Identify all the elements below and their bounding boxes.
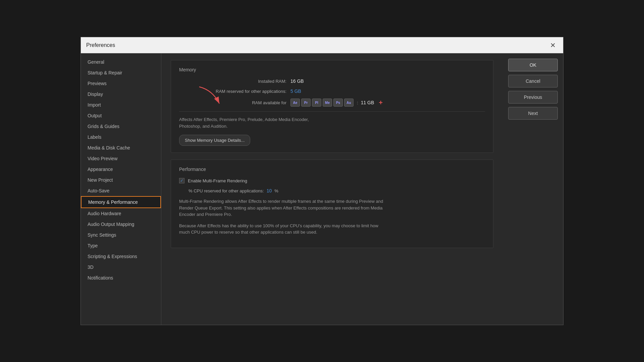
enable-mfr-checkbox[interactable]: ✓ bbox=[179, 178, 184, 183]
perf-description2: Because After Effects has the ability to… bbox=[179, 223, 485, 236]
enable-mfr-row: ✓ Enable Multi-Frame Rendering bbox=[179, 178, 485, 183]
close-button[interactable]: ✕ bbox=[548, 41, 558, 50]
previous-button[interactable]: Previous bbox=[508, 91, 558, 104]
sidebar-item-memory-performance[interactable]: Memory & Performance bbox=[81, 196, 161, 208]
sidebar-item-previews[interactable]: Previews bbox=[81, 78, 161, 89]
cpu-reserved-suffix: % bbox=[274, 188, 278, 193]
ps-icon: Ps bbox=[333, 99, 343, 107]
available-ram-label: RAM available for bbox=[179, 100, 286, 105]
enable-mfr-label: Enable Multi-Frame Rendering bbox=[188, 178, 247, 183]
memory-divider bbox=[179, 111, 485, 112]
sidebar-item-import[interactable]: Import bbox=[81, 100, 161, 110]
sidebar-item-labels[interactable]: Labels bbox=[81, 132, 161, 142]
sidebar-item-3d[interactable]: 3D bbox=[81, 262, 161, 273]
sidebar-item-notifications[interactable]: Notifications bbox=[81, 273, 161, 283]
sidebar-item-audio-hardware[interactable]: Audio Hardware bbox=[81, 208, 161, 219]
button-column: OK Cancel Previous Next bbox=[503, 53, 563, 325]
next-button[interactable]: Next bbox=[508, 107, 558, 120]
dialog-body: GeneralStartup & RepairPreviewsDisplayIm… bbox=[81, 53, 563, 325]
me-icon: Me bbox=[323, 99, 332, 107]
installed-ram-value: 16 GB bbox=[290, 78, 304, 84]
cpu-reserved-value: 10 bbox=[267, 188, 272, 193]
arrow-annotation-svg bbox=[193, 83, 233, 110]
au-icon: Au bbox=[344, 99, 354, 107]
dialog-title: Preferences bbox=[86, 42, 115, 48]
sidebar-item-display[interactable]: Display bbox=[81, 89, 161, 100]
sidebar: GeneralStartup & RepairPreviewsDisplayIm… bbox=[81, 53, 161, 325]
sidebar-item-general[interactable]: General bbox=[81, 57, 161, 67]
performance-section-title: Performance bbox=[179, 167, 485, 172]
cpu-reserved-row: % CPU reserved for other applications: 1… bbox=[189, 188, 485, 193]
preferences-dialog: Preferences ✕ GeneralStartup & RepairPre… bbox=[80, 37, 564, 325]
perf-description1: Multi-Frame Rendering allows After Effec… bbox=[179, 198, 485, 218]
title-bar: Preferences ✕ bbox=[81, 37, 563, 53]
ok-button[interactable]: OK bbox=[508, 59, 558, 71]
app-icons-row: Ae Pr Pl Me Ps Au bbox=[290, 99, 354, 107]
sidebar-item-appearance[interactable]: Appearance bbox=[81, 164, 161, 175]
main-content: Memory Installed RAM: 16 GB RAM reserved… bbox=[161, 53, 503, 325]
sidebar-item-scripting-expressions[interactable]: Scripting & Expressions bbox=[81, 251, 161, 262]
memory-description: Affects After Effects, Premiere Pro, Pre… bbox=[179, 116, 485, 129]
sidebar-item-media-disk-cache[interactable]: Media & Disk Cache bbox=[81, 142, 161, 153]
pr-icon: Pr bbox=[301, 99, 311, 107]
available-ram-value: 11 GB bbox=[361, 100, 374, 105]
sidebar-item-sync-settings[interactable]: Sync Settings bbox=[81, 230, 161, 240]
installed-ram-label: Installed RAM: bbox=[179, 79, 286, 84]
performance-section: Performance ✓ Enable Multi-Frame Renderi… bbox=[171, 160, 493, 248]
installed-ram-row: Installed RAM: 16 GB bbox=[179, 78, 485, 84]
memory-section-title: Memory bbox=[179, 67, 485, 72]
sidebar-item-startup-repair[interactable]: Startup & Repair bbox=[81, 67, 161, 78]
sidebar-item-video-preview[interactable]: Video Preview bbox=[81, 153, 161, 164]
show-details-button[interactable]: Show Memory Usage Details... bbox=[179, 135, 250, 146]
sidebar-item-auto-save[interactable]: Auto-Save bbox=[81, 185, 161, 196]
memory-section: Memory Installed RAM: 16 GB RAM reserved… bbox=[171, 60, 493, 153]
reserved-ram-value: 5 GB bbox=[290, 88, 301, 94]
sidebar-item-new-project[interactable]: New Project bbox=[81, 175, 161, 185]
sidebar-item-type[interactable]: Type bbox=[81, 240, 161, 251]
available-ram-row: RAM available for Ae Pr Pl Me Ps Au : 11… bbox=[179, 99, 485, 107]
sidebar-item-output[interactable]: Output bbox=[81, 110, 161, 121]
colon-separator: : bbox=[357, 100, 358, 105]
cpu-reserved-label: % CPU reserved for other applications: bbox=[189, 188, 264, 193]
ae-icon: Ae bbox=[290, 99, 300, 107]
pl-icon: Pl bbox=[312, 99, 321, 107]
reserved-ram-row: RAM reserved for other applications: 5 G… bbox=[179, 88, 485, 94]
cancel-button[interactable]: Cancel bbox=[508, 75, 558, 87]
sidebar-item-audio-output-mapping[interactable]: Audio Output Mapping bbox=[81, 219, 161, 230]
reserved-ram-label: RAM reserved for other applications: bbox=[179, 89, 286, 94]
plus-icon: + bbox=[379, 99, 383, 107]
sidebar-item-grids-guides[interactable]: Grids & Guides bbox=[81, 121, 161, 132]
